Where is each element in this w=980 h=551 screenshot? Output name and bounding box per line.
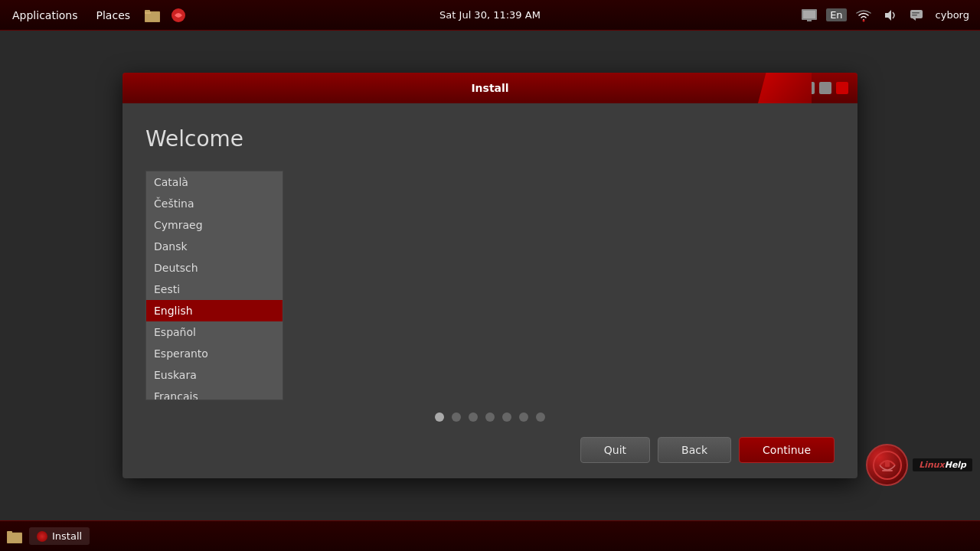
- install-taskbar-button[interactable]: Install: [29, 527, 90, 545]
- titlebar-accent: [758, 73, 812, 103]
- language-item[interactable]: Eesti: [146, 279, 283, 300]
- chat-icon[interactable]: [906, 7, 926, 24]
- places-menu[interactable]: Places: [92, 6, 136, 24]
- taskbar-right: En cyborg: [799, 7, 972, 24]
- language-item[interactable]: Español: [146, 321, 283, 343]
- step-dot: [519, 412, 528, 422]
- taskbar-datetime: Sat Jul 30, 11:39 AM: [439, 9, 541, 21]
- back-button[interactable]: Back: [658, 437, 731, 463]
- window-content: Welcome CatalàČeštinaCymraegDanskDeutsch…: [122, 103, 858, 478]
- language-item[interactable]: Cymraeg: [146, 214, 283, 236]
- install-taskbar-label: Install: [52, 530, 82, 542]
- svg-marker-10: [913, 18, 916, 21]
- step-dot: [452, 412, 461, 422]
- network-icon[interactable]: [853, 7, 874, 24]
- language-item[interactable]: Deutsch: [146, 257, 283, 279]
- step-dot: [435, 412, 444, 422]
- language-item[interactable]: Esperanto: [146, 343, 283, 364]
- svg-rect-9: [910, 10, 923, 18]
- svg-rect-14: [885, 461, 890, 467]
- username: cyborg: [933, 8, 972, 22]
- svg-marker-8: [885, 10, 891, 21]
- button-row: Quit Back Continue: [145, 437, 835, 463]
- bottom-taskbar: Install: [0, 520, 980, 551]
- install-indicator: [37, 531, 47, 542]
- install-window: Install Welcome CatalàČeštinaCymraegDans…: [122, 73, 858, 478]
- desktop: Install Welcome CatalàČeštinaCymraegDans…: [0, 31, 980, 520]
- page-heading: Welcome: [145, 126, 835, 152]
- screenshot-icon[interactable]: [799, 8, 820, 23]
- svg-rect-12: [912, 15, 917, 16]
- top-taskbar: Applications Places Sat Jul 30, 11:39 AM: [0, 0, 980, 31]
- close-button[interactable]: [836, 82, 848, 94]
- maximize-button[interactable]: [819, 82, 831, 94]
- language-item[interactable]: Euskara: [146, 364, 283, 386]
- file-manager-icon[interactable]: [144, 7, 161, 24]
- speaker-icon[interactable]: [880, 7, 900, 24]
- continue-button[interactable]: Continue: [739, 437, 835, 463]
- red-app-icon[interactable]: [170, 7, 187, 24]
- step-dot: [502, 412, 511, 422]
- taskbar-left: Applications Places: [8, 6, 187, 24]
- quit-button[interactable]: Quit: [580, 437, 650, 463]
- window-titlebar: Install: [122, 73, 858, 103]
- svg-rect-2: [145, 10, 150, 12]
- step-indicator: [435, 412, 545, 422]
- svg-point-7: [862, 19, 864, 21]
- logo-circle: [866, 444, 908, 486]
- svg-rect-15: [882, 470, 893, 471]
- applications-menu[interactable]: Applications: [8, 6, 83, 24]
- step-dot: [485, 412, 495, 422]
- svg-rect-16: [7, 533, 22, 543]
- step-dot: [469, 412, 478, 422]
- language-item[interactable]: Čeština: [146, 193, 283, 214]
- step-dot: [536, 412, 545, 422]
- language-item[interactable]: Català: [146, 171, 283, 193]
- svg-rect-5: [803, 11, 815, 18]
- linuxhelp-logo: LinuxHelp: [866, 444, 972, 486]
- language-item[interactable]: Dansk: [146, 236, 283, 257]
- language-item[interactable]: English: [146, 300, 283, 321]
- svg-rect-11: [912, 12, 920, 14]
- bottom-file-manager-icon[interactable]: [6, 528, 23, 545]
- window-title: Install: [471, 82, 508, 94]
- language-item[interactable]: Français: [146, 386, 283, 400]
- bottom-area: Quit Back Continue: [145, 412, 835, 463]
- language-list[interactable]: CatalàČeštinaCymraegDanskDeutschEestiEng…: [145, 171, 283, 400]
- language-indicator[interactable]: En: [826, 8, 846, 21]
- svg-rect-6: [807, 20, 812, 21]
- svg-rect-17: [7, 531, 12, 533]
